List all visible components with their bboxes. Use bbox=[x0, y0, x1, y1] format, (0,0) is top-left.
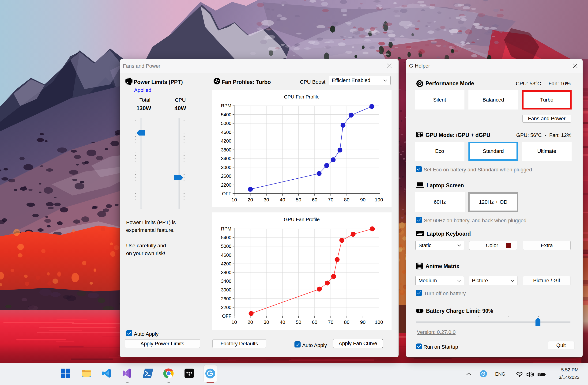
svg-text:30: 30 bbox=[264, 319, 269, 325]
svg-text:50: 50 bbox=[296, 197, 301, 202]
svg-text:4200: 4200 bbox=[221, 261, 232, 266]
svg-text:80: 80 bbox=[344, 319, 349, 325]
svg-text:4600: 4600 bbox=[221, 253, 232, 258]
svg-text:70: 70 bbox=[328, 319, 333, 325]
svg-text:OFF: OFF bbox=[222, 314, 231, 319]
svg-text:4200: 4200 bbox=[221, 138, 232, 144]
svg-text:100: 100 bbox=[375, 319, 383, 325]
svg-text:60: 60 bbox=[312, 319, 317, 325]
svg-text:4600: 4600 bbox=[221, 130, 232, 135]
svg-text:CPU Fan Profile: CPU Fan Profile bbox=[284, 94, 319, 99]
svg-text:20: 20 bbox=[248, 319, 253, 325]
svg-text:60: 60 bbox=[312, 197, 317, 202]
svg-text:3800: 3800 bbox=[221, 270, 232, 275]
svg-text:10: 10 bbox=[231, 319, 237, 325]
svg-text:80: 80 bbox=[344, 197, 349, 202]
svg-text:40: 40 bbox=[280, 319, 285, 325]
svg-text:20: 20 bbox=[248, 197, 253, 202]
svg-text:5400: 5400 bbox=[221, 235, 232, 240]
svg-text:5000: 5000 bbox=[221, 244, 232, 249]
svg-text:2600: 2600 bbox=[221, 296, 232, 301]
svg-text:50: 50 bbox=[296, 319, 301, 325]
svg-text:3000: 3000 bbox=[221, 165, 232, 170]
svg-text:90: 90 bbox=[360, 197, 365, 202]
svg-text:GPU Fan Profile: GPU Fan Profile bbox=[284, 217, 320, 222]
svg-text:5400: 5400 bbox=[221, 112, 232, 117]
svg-text:70: 70 bbox=[328, 197, 333, 202]
svg-text:RPM: RPM bbox=[221, 103, 231, 108]
svg-text:2200: 2200 bbox=[221, 182, 232, 188]
svg-text:5000: 5000 bbox=[221, 121, 232, 126]
svg-text:2600: 2600 bbox=[221, 173, 232, 179]
svg-text:3400: 3400 bbox=[221, 278, 232, 284]
svg-text:100: 100 bbox=[375, 197, 383, 202]
svg-text:2200: 2200 bbox=[221, 305, 232, 310]
svg-text:3000: 3000 bbox=[221, 287, 232, 292]
svg-text:OFF: OFF bbox=[222, 191, 231, 196]
svg-text:3400: 3400 bbox=[221, 156, 232, 161]
svg-text:3800: 3800 bbox=[221, 147, 232, 152]
svg-text:10: 10 bbox=[231, 197, 237, 202]
svg-text:RPM: RPM bbox=[221, 226, 231, 232]
svg-text:30: 30 bbox=[264, 197, 269, 202]
svg-text:90: 90 bbox=[360, 319, 365, 325]
svg-text:40: 40 bbox=[280, 197, 285, 202]
